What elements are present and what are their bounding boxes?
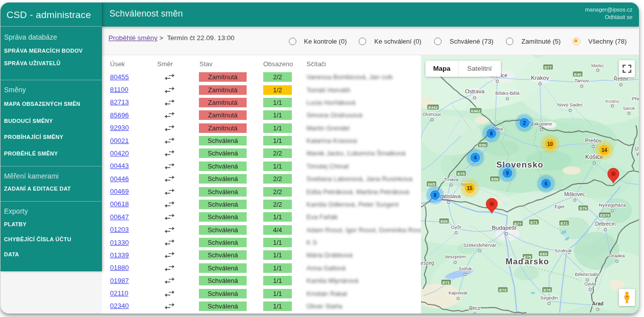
svg-text:Budapešť: Budapešť bbox=[492, 225, 517, 231]
svg-text:E579: E579 bbox=[600, 213, 610, 218]
svg-text:Kaposvár: Kaposvár bbox=[449, 290, 468, 295]
svg-text:Mielec: Mielec bbox=[591, 63, 605, 68]
svg-text:arszeg: arszeg bbox=[421, 260, 434, 266]
svg-text:Ostrava: Ostrava bbox=[465, 88, 485, 94]
svg-text:9: 9 bbox=[506, 171, 509, 176]
svg-text:E60: E60 bbox=[540, 252, 548, 256]
svg-text:Už: Už bbox=[635, 146, 639, 151]
svg-text:E75: E75 bbox=[458, 172, 465, 176]
svg-text:Olomouc: Olomouc bbox=[422, 111, 442, 117]
svg-text:10: 10 bbox=[547, 141, 553, 147]
svg-text:Nový Sadec: Nový Sadec bbox=[557, 102, 583, 107]
svg-text:Přer: Přer bbox=[632, 96, 639, 101]
svg-text:2: 2 bbox=[523, 120, 526, 126]
svg-text:E71: E71 bbox=[443, 280, 450, 285]
svg-text:E58: E58 bbox=[491, 177, 499, 182]
svg-text:Trnava: Trnava bbox=[444, 177, 459, 182]
svg-text:4: 4 bbox=[474, 155, 477, 161]
svg-text:E50: E50 bbox=[479, 143, 487, 147]
svg-text:Miškovec: Miškovec bbox=[564, 192, 585, 197]
svg-text:Nyíregyháza: Nyíregyháza bbox=[599, 202, 626, 208]
svg-text:8: 8 bbox=[490, 131, 493, 136]
svg-text:Maďarsko: Maďarsko bbox=[506, 257, 550, 266]
svg-text:Veszprém: Veszprém bbox=[445, 254, 466, 259]
svg-text:E442: E442 bbox=[428, 105, 438, 110]
svg-text:15: 15 bbox=[467, 186, 473, 191]
svg-text:E75: E75 bbox=[544, 288, 551, 292]
svg-text:E77: E77 bbox=[545, 65, 552, 70]
svg-text:E71: E71 bbox=[561, 221, 568, 226]
svg-text:8: 8 bbox=[434, 193, 437, 198]
svg-text:E73: E73 bbox=[499, 288, 507, 292]
svg-text:E79: E79 bbox=[580, 206, 587, 211]
svg-text:6: 6 bbox=[545, 181, 548, 187]
svg-text:Zakopane: Zakopane bbox=[531, 121, 552, 126]
svg-text:Krakov: Krakov bbox=[531, 75, 549, 81]
svg-text:E462: E462 bbox=[471, 109, 481, 113]
svg-text:Szolnok: Szolnok bbox=[555, 248, 572, 253]
svg-text:Bílsko-Bělá: Bílsko-Bělá bbox=[495, 90, 520, 96]
svg-text:Krosno: Krosno bbox=[606, 99, 619, 104]
svg-text:Sanok: Sanok bbox=[623, 106, 635, 111]
svg-text:14: 14 bbox=[601, 147, 607, 153]
svg-text:E71: E71 bbox=[530, 220, 538, 225]
svg-text:E60: E60 bbox=[441, 219, 448, 224]
svg-text:Debrecín: Debrecín bbox=[595, 221, 616, 227]
svg-text:Békéscsaba: Békéscsaba bbox=[575, 272, 599, 277]
svg-text:Székesfehérvár: Székesfehérvár bbox=[463, 242, 496, 248]
svg-text:Eger: Eger bbox=[555, 204, 565, 209]
svg-text:Pécs: Pécs bbox=[469, 305, 480, 311]
svg-text:Yx: Yx bbox=[636, 152, 639, 157]
svg-text:Győr: Győr bbox=[451, 224, 462, 230]
svg-text:E40: E40 bbox=[574, 72, 582, 77]
svg-text:Gyula: Gyula bbox=[584, 281, 596, 286]
svg-text:Siófok: Siófok bbox=[459, 266, 472, 271]
svg-text:Arad: Arad bbox=[592, 301, 604, 306]
svg-text:Segedin: Segedin bbox=[541, 295, 558, 300]
svg-text:Tarnov: Tarnov bbox=[575, 78, 589, 83]
svg-text:Oradea: Oradea bbox=[609, 253, 625, 258]
